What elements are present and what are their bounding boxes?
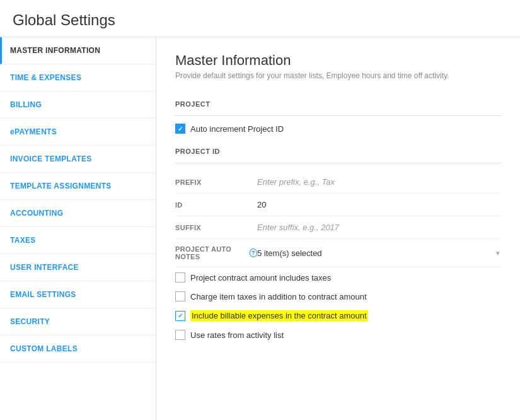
suffix-input[interactable]: Enter suffix, e.g., 2017	[257, 223, 501, 232]
checkmark-icon: ✓	[178, 125, 183, 132]
project-auto-notes-label-group: PROJECT AUTO NOTES ?	[175, 245, 257, 260]
checkbox-item-taxes[interactable]	[175, 291, 185, 301]
sidebar-item-time-expenses[interactable]: TIME & EXPENSES	[0, 64, 156, 91]
sidebar-item-invoice-templates[interactable]: INVOICE TEMPLATES	[0, 146, 156, 173]
auto-increment-checkbox[interactable]: ✓	[175, 124, 185, 134]
checkbox-label-billable-expenses: Include billable expenses in the contrac…	[190, 310, 368, 321]
page-title: Global Settings	[0, 0, 520, 37]
checkbox-label-activity-rates: Use rates from activity list	[190, 330, 284, 340]
checkbox-contract-taxes[interactable]	[175, 272, 185, 283]
project-auto-notes-select[interactable]: 5 item(s) selected ▼	[257, 248, 501, 258]
checkmark-icon: ✓	[178, 312, 183, 319]
project-auto-notes-value: 5 item(s) selected	[257, 248, 322, 258]
checkbox-row-activity-rates: Use rates from activity list	[175, 330, 501, 340]
sidebar-item-template-assignments[interactable]: TEMPLATE ASSIGNMENTS	[0, 173, 156, 200]
project-id-form: PREFIX Enter prefix, e.g., Tax ID 20 SUF…	[175, 171, 501, 267]
content-subtitle: Provide default settings for your master…	[175, 71, 501, 80]
project-auto-notes-label: PROJECT AUTO NOTES	[175, 245, 247, 260]
project-auto-notes-row: PROJECT AUTO NOTES ? 5 item(s) selected …	[175, 239, 501, 267]
id-row: ID 20	[175, 194, 501, 216]
sidebar-item-security[interactable]: SECURITY	[0, 308, 156, 335]
checkbox-billable-expenses[interactable]: ✓	[175, 311, 185, 321]
section-project-id-label: PROJECT ID	[175, 143, 501, 155]
prefix-label: PREFIX	[175, 178, 257, 186]
sidebar-item-epayments[interactable]: ePAYMENTS	[0, 119, 156, 146]
app-container: Global Settings MASTER INFORMATIONTIME &…	[0, 0, 520, 420]
content-area: Master Information Provide default setti…	[156, 37, 520, 420]
prefix-row: PREFIX Enter prefix, e.g., Tax	[175, 171, 501, 194]
checkbox-row-billable-expenses: ✓Include billable expenses in the contra…	[175, 310, 501, 321]
content-title: Master Information	[175, 52, 501, 69]
divider-project-id	[175, 163, 501, 163]
sidebar-item-taxes[interactable]: TAXES	[0, 227, 156, 254]
checkbox-activity-rates[interactable]	[175, 330, 185, 340]
checkbox-row-item-taxes: Charge item taxes in addition to contrac…	[175, 291, 501, 301]
sidebar-item-email-settings[interactable]: EMAIL SETTINGS	[0, 281, 156, 308]
sidebar-item-custom-labels[interactable]: CUSTOM LABELS	[0, 335, 156, 363]
suffix-label: SUFFIX	[175, 224, 257, 231]
sidebar-item-master-information[interactable]: MASTER INFORMATION	[0, 37, 156, 64]
main-layout: MASTER INFORMATIONTIME & EXPENSESBILLING…	[0, 37, 520, 420]
checkbox-label-contract-taxes: Project contract amount includes taxes	[190, 273, 331, 283]
divider-project	[175, 115, 501, 116]
section-project-label: PROJECT	[175, 95, 501, 108]
sidebar-item-accounting[interactable]: ACCOUNTING	[0, 200, 156, 227]
prefix-input[interactable]: Enter prefix, e.g., Tax	[257, 177, 501, 187]
auto-increment-label: Auto increment Project ID	[190, 124, 284, 134]
checkbox-label-item-taxes: Charge item taxes in addition to contrac…	[190, 292, 367, 301]
sidebar-item-user-interface[interactable]: USER INTERFACE	[0, 254, 156, 281]
auto-increment-row: ✓ Auto increment Project ID	[175, 124, 501, 134]
id-value[interactable]: 20	[257, 200, 501, 209]
dropdown-arrow-icon: ▼	[495, 250, 501, 257]
id-label: ID	[175, 201, 257, 209]
sidebar-item-billing[interactable]: BILLING	[0, 91, 156, 119]
checkboxes-section: Project contract amount includes taxesCh…	[175, 272, 501, 340]
sidebar: MASTER INFORMATIONTIME & EXPENSESBILLING…	[0, 37, 156, 420]
checkbox-row-contract-taxes: Project contract amount includes taxes	[175, 272, 501, 283]
suffix-row: SUFFIX Enter suffix, e.g., 2017	[175, 216, 501, 239]
help-icon[interactable]: ?	[250, 248, 257, 257]
